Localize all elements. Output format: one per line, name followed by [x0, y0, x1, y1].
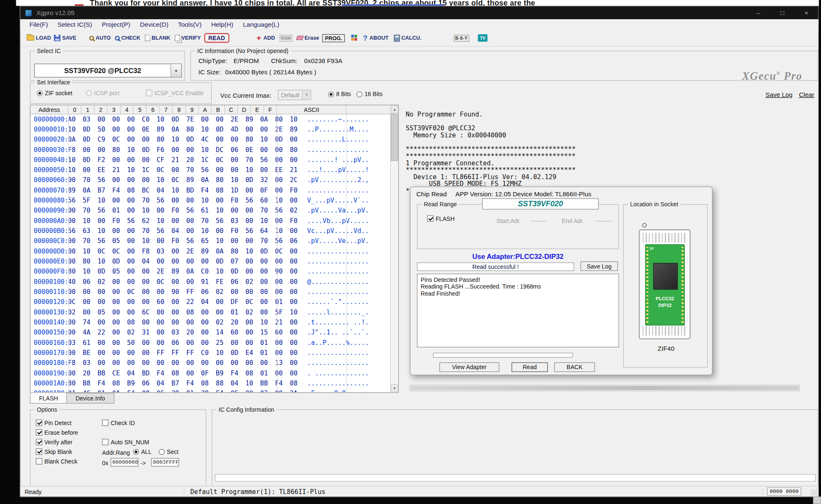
view-adapter-button[interactable]: View Adapter: [439, 362, 499, 372]
dialog-save-log-button[interactable]: Save Log: [580, 261, 618, 271]
menu-item[interactable]: Device(D): [135, 21, 173, 28]
chevron-down-icon: [305, 93, 309, 97]
hex-row[interactable]: 000000A0:00 10 00 F0 56 62 10 00 00 70 5…: [30, 216, 390, 226]
hex-row[interactable]: 00000060:00 70 56 00 00 00 10 0C 89 0A 8…: [30, 175, 390, 185]
hex-body[interactable]: 00000000:A0 03 00 00 00 C0 10 0D 7E 00 0…: [30, 114, 390, 393]
blank-button[interactable]: BLANK: [144, 35, 170, 41]
hex-row[interactable]: 000000D0:00 10 0C 0C 00 F8 03 00 2E 89 0…: [30, 246, 390, 256]
hex-row[interactable]: 000001A0:80 B8 F4 08 B9 06 04 B7 F4 08 8…: [30, 378, 390, 388]
save-log-link[interactable]: Save Log: [765, 91, 793, 99]
hex-row[interactable]: 00000010:10 0D 50 00 00 0E 89 0A 80 10 0…: [30, 124, 390, 134]
scroll-up-arrow[interactable]: [391, 105, 398, 113]
data-width-16bits-radio[interactable]: 16 Bits: [357, 91, 383, 97]
tv-button[interactable]: TV: [478, 34, 487, 42]
auto-button[interactable]: AUTO: [89, 35, 111, 41]
scroll-thumb[interactable]: [391, 114, 398, 161]
hex-header-cell: C: [225, 105, 238, 114]
pin-detect-checkbox[interactable]: Pin Detect: [36, 420, 71, 426]
hex-row[interactable]: 00000120:0C 00 00 00 00 00 60 00 22 04 0…: [30, 297, 390, 307]
hex-row[interactable]: 00000070:89 0A B7 F4 08 BC 04 10 BD F4 0…: [30, 185, 390, 195]
load-button[interactable]: LOAD: [27, 35, 51, 41]
hex-row[interactable]: 000000C0:00 70 56 05 00 10 00 F0 56 65 1…: [30, 236, 390, 246]
hex-row[interactable]: 00000020:0A 0D C9 0C 00 00 80 10 0D 4C 0…: [30, 135, 390, 145]
hex-row[interactable]: 00000000:A0 03 00 00 00 C0 10 0D 7E 00 0…: [30, 114, 390, 124]
start-adr-label: Start Adr.: [497, 218, 521, 224]
addr-to-input[interactable]: 0003FFFF: [151, 458, 179, 466]
hex-vertical-scrollbar[interactable]: [390, 105, 398, 392]
addr-all-radio[interactable]: ALL: [133, 448, 152, 455]
add-button[interactable]: ADD: [256, 35, 275, 41]
flash-checkbox[interactable]: FLASH: [427, 215, 455, 222]
menu-item[interactable]: Select IC(S): [53, 21, 97, 28]
hex-row[interactable]: 00000090:00 70 56 01 00 10 00 F0 56 61 1…: [30, 206, 390, 216]
hex-address: 00000040:: [30, 155, 68, 165]
check-button[interactable]: CHECK: [115, 35, 140, 41]
hex-bytes: 00 4A 22 00 02 31 00 03 20 00 14 60 00 1…: [68, 328, 298, 338]
tab-flash[interactable]: FLASH: [30, 393, 67, 404]
hex-header-cell: F: [264, 105, 277, 114]
menu-item[interactable]: Project(P): [97, 21, 135, 28]
check-id-checkbox[interactable]: Check ID: [102, 420, 134, 426]
clear-log-link[interactable]: Clear: [799, 91, 814, 99]
addr-from-input[interactable]: 00000000: [111, 458, 139, 466]
menu-item[interactable]: File(F): [25, 21, 53, 28]
erase-before-checkbox[interactable]: Erase before: [36, 429, 78, 436]
menu-item[interactable]: Language(L): [238, 21, 284, 28]
hex-row[interactable]: 00000140:00 74 00 00 08 00 00 00 00 00 0…: [30, 317, 390, 327]
tab-device-info[interactable]: Device.Info: [67, 393, 114, 404]
hex-row[interactable]: 000000E0:00 80 10 0D 00 04 00 00 00 00 0…: [30, 256, 390, 266]
bit-convert-button[interactable]: B-8-Y: [454, 35, 469, 42]
hex-row[interactable]: 00000180:F8 03 00 00 00 00 00 00 00 00 0…: [30, 358, 390, 368]
read-button[interactable]: READ: [204, 33, 229, 43]
hex-row[interactable]: 000000F0:80 10 0D 05 00 00 2E 89 0A C0 1…: [30, 267, 390, 277]
hex-ascii: ................: [307, 378, 369, 388]
skip-blank-checkbox[interactable]: Skip Blank: [36, 448, 72, 455]
hex-row[interactable]: 00000100:40 06 02 00 00 00 0C 00 00 91 F…: [30, 277, 390, 287]
log-horizontal-scrollbar[interactable]: [409, 385, 799, 391]
hex-row[interactable]: 00000160:03 61 00 00 50 00 00 06 00 00 2…: [30, 338, 390, 348]
hex-row[interactable]: 00000130:02 00 05 00 00 6C 00 00 08 00 0…: [30, 307, 390, 317]
verify-after-checkbox[interactable]: Verify after: [36, 439, 73, 445]
about-button[interactable]: ABOUT: [363, 35, 388, 41]
dialog-read-button[interactable]: Read: [512, 362, 548, 372]
back-button[interactable]: BACK: [554, 362, 595, 372]
menu-item[interactable]: Tools(V): [173, 21, 206, 28]
addr-sect-radio[interactable]: Sect: [159, 448, 178, 455]
hex-row[interactable]: 00000170:00 BE 00 00 00 00 FF FF FF C0 1…: [30, 348, 390, 358]
hex-row[interactable]: 00000110:00 00 00 00 0C 00 00 90 FF 06 0…: [30, 287, 390, 297]
hex-row[interactable]: 000001B0:81 46 01 0A F4 08 05 39 81 39 F…: [30, 389, 390, 393]
log-line: Device 1: TL866II-Plus Ver: 04.02.129: [406, 174, 818, 181]
device-grid-button[interactable]: [351, 35, 357, 41]
hex-row[interactable]: 00000080:56 5F 10 00 00 70 56 00 00 10 0…: [30, 195, 390, 205]
data-width-8bits-radio[interactable]: 8 Bits: [328, 91, 351, 97]
auto-sn-checkbox[interactable]: Auto SN_NUM: [102, 439, 149, 445]
menu-item[interactable]: Help(H): [206, 21, 238, 28]
ic-select-combo[interactable]: SST39VF020 @PLCC32: [34, 63, 182, 77]
hex-row[interactable]: 00000150:00 4A 22 00 02 31 00 03 20 00 1…: [30, 328, 390, 338]
zif-socket-radio[interactable]: ZIF socket: [37, 90, 72, 96]
close-button[interactable]: ×: [794, 6, 818, 19]
hex-address: 00000180:: [30, 358, 68, 368]
blank-check-checkbox[interactable]: Blank Check: [36, 458, 78, 464]
save-button[interactable]: SAVE: [54, 35, 76, 41]
hex-header-cell: 3: [108, 105, 121, 114]
verify-button[interactable]: VERIFY: [175, 35, 201, 41]
ram-button[interactable]: RAM: [279, 35, 292, 42]
scroll-down-arrow[interactable]: [391, 384, 398, 392]
calculator-button[interactable]: CALCU.: [394, 35, 421, 42]
buffer-tabs: FLASH Device.Info: [30, 393, 114, 404]
resize-grip[interactable]: [811, 489, 818, 496]
maximize-button[interactable]: □: [770, 6, 794, 19]
prog-button[interactable]: PROG.: [322, 34, 345, 42]
hex-row[interactable]: 00000050:10 00 EE 21 10 1C 0C 00 70 56 0…: [30, 165, 390, 175]
scroll-thumb[interactable]: [410, 386, 798, 390]
hex-row[interactable]: 000000B0:56 63 10 00 00 70 56 04 00 10 0…: [30, 226, 390, 236]
hex-row[interactable]: 00000030:F8 00 00 80 10 0D F6 00 00 10 D…: [30, 145, 390, 155]
erase-button[interactable]: Erase: [296, 35, 319, 41]
combo-dropdown-button[interactable]: [170, 64, 181, 77]
hex-row[interactable]: 00000040:10 0D F2 00 00 00 CF 21 20 1C 0…: [30, 155, 390, 165]
hex-address: 00000160:: [30, 338, 68, 348]
hex-editor[interactable]: Address0123456789ABCDEFASCII 00000000:A0…: [30, 105, 399, 393]
hex-row[interactable]: 00000190:00 20 BB CE 04 BD F4 08 00 0F B…: [30, 368, 390, 378]
minimize-button[interactable]: –: [746, 6, 770, 19]
